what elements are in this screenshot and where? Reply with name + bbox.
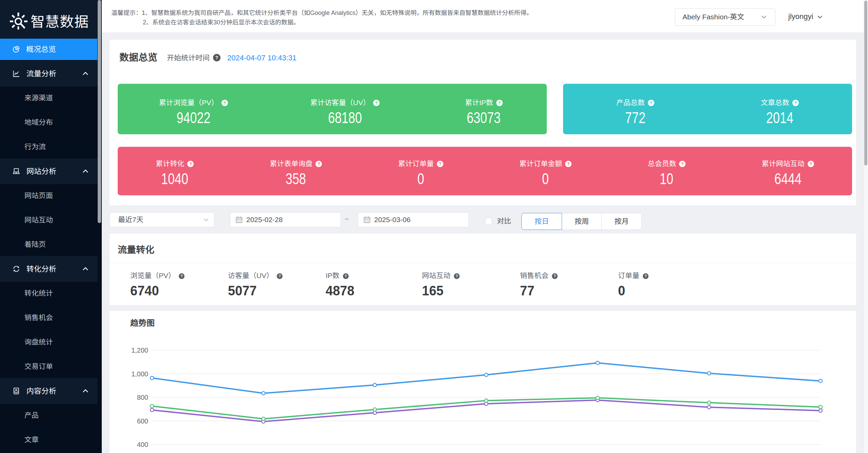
svg-text:800: 800: [137, 394, 148, 401]
svg-text:1,200: 1,200: [131, 347, 148, 354]
svg-text:600: 600: [137, 417, 148, 425]
svg-text:1,000: 1,000: [131, 370, 148, 378]
svg-text:400: 400: [137, 441, 148, 448]
